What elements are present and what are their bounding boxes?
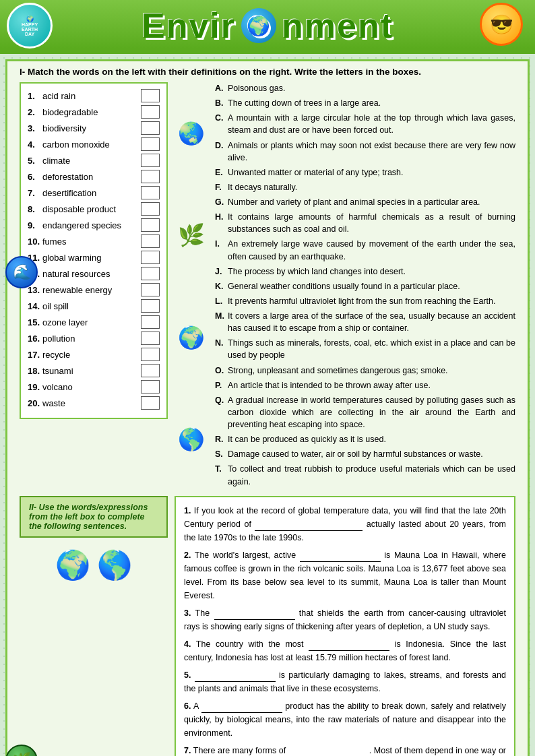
blank[interactable] [214,609,295,620]
word-item: 20. waste [28,396,160,410]
word-number: 4. [28,139,42,150]
def-text: It decays naturally. [228,181,515,193]
def-text: The cutting down of trees in a large are… [228,97,515,109]
answer-box[interactable] [141,170,160,183]
definition-item: S. Damage caused to water, air or soil b… [215,448,515,460]
sentence-item: 2. The world's largest, active is Mauna … [184,548,506,602]
def-letter: I. [215,238,226,262]
word-text: fumes [42,237,137,247]
answer-box[interactable] [141,299,160,313]
def-text: Number and variety of plant and animal s… [228,196,515,208]
sentence-item: 3. The that shields the earth from cance… [184,606,506,633]
sentence-item: 5. is particularly damaging to lakes, st… [184,668,506,695]
answer-box[interactable] [141,348,160,361]
word-item: 11. global warming [28,251,160,264]
word-item: 6. deforestation [28,170,160,183]
def-letter: B. [215,97,226,109]
word-text: deforestation [42,172,137,182]
section2-text: II- Use the words/expressions from the l… [29,503,148,531]
def-letter: S. [215,448,226,460]
answer-box[interactable] [141,283,160,296]
answer-box[interactable] [141,396,160,410]
definition-item: H. It contains large amounts of harmful … [215,211,515,235]
word-item: 12. natural resources [28,267,160,280]
def-text: An article that is intended to be thrown… [228,379,515,391]
word-number: 14. [28,301,42,311]
definition-item: B. The cutting down of trees in a large … [215,97,515,109]
def-letter: C. [215,112,226,136]
word-number: 1. [28,91,42,101]
answer-box[interactable] [141,154,160,167]
word-text: ozone layer [42,317,137,327]
sentence-number: 3. [184,608,191,618]
word-number: 5. [28,156,42,166]
word-item: 3. biodiversity [28,121,160,135]
happy-earth-badge: 🌍HAPPYEARTHDAY [7,3,54,50]
def-text: To collect and treat rubbish to produce … [228,463,515,487]
word-text: natural resources [42,269,137,279]
blank[interactable] [288,747,369,756]
def-text: It contains large amounts of harmful che… [228,211,515,235]
answer-box[interactable] [141,202,160,216]
def-letter: F. [215,181,226,193]
sentence-item: 7. There are many forms of . Most of the… [184,744,506,756]
answer-box[interactable] [141,364,160,377]
answer-box[interactable] [141,218,160,232]
answer-box[interactable] [141,105,160,119]
planet-deco: 🌏 [175,113,208,154]
word-item: 9. endangered species [28,218,160,232]
word-item: 16. pollution [28,332,160,345]
word-item: 13. renewable energy [28,283,160,296]
header: 🌍HAPPYEARTHDAY Envir 🌍 nment 😎 [0,0,535,49]
answer-box[interactable] [141,234,160,248]
answer-box[interactable] [141,380,160,393]
def-letter: A. [215,82,226,94]
answer-box[interactable] [141,267,160,280]
blank[interactable] [255,520,363,531]
definition-item: D. Animals or plants which may soon not … [215,139,515,164]
word-text: biodiversity [42,123,137,133]
globe-deco4: 🌎 [175,419,208,460]
answer-box[interactable] [141,89,160,102]
def-letter: T. [215,463,226,487]
word-text: volcano [42,382,137,392]
globe-deco3: 🌍 [175,317,208,358]
word-number: 8. [28,204,42,214]
word-text: recycle [42,350,137,360]
blank[interactable] [300,551,381,562]
def-text: It covers a large area of the surface of… [228,310,515,334]
def-text: It can be produced as quickly as it is u… [228,433,515,445]
definition-item: O. Strong, unpleasant and sometimes dang… [215,365,515,377]
def-letter: M. [215,310,226,334]
globe-bottom-deco: 🌍 [55,548,90,581]
def-letter: Q. [215,394,226,431]
sentences-box: 1. If you look at the record of global t… [175,496,515,756]
sentence-number: 6. [184,701,191,711]
bottom-row: II- Use the words/expressions from the l… [20,496,515,756]
answer-box[interactable] [141,186,160,199]
word-text: disposable product [42,204,137,214]
answer-box[interactable] [141,137,160,151]
exercise-container: 1. acid rain 2. biodegradable 3. biodive… [20,82,515,491]
answer-box[interactable] [141,332,160,345]
blank[interactable] [195,671,276,682]
definition-item: A. Poisonous gas. [215,82,515,94]
word-text: global warming [42,253,137,263]
word-text: biodegradable [42,107,137,117]
blank[interactable] [309,640,389,651]
word-item: 18. tsunami [28,364,160,377]
def-text: Damage caused to water, air or soil by h… [228,448,515,460]
blank[interactable] [201,702,282,713]
def-text: An extremely large wave caused by moveme… [228,238,515,262]
def-letter: R. [215,433,226,445]
answer-box[interactable] [141,315,160,329]
definition-item: K. General weather conditions usually fo… [215,280,515,292]
def-text: General weather conditions usually found… [228,280,515,292]
answer-box[interactable] [141,121,160,135]
sentence-item: 1. If you look at the record of global t… [184,504,506,544]
word-number: 2. [28,107,42,117]
definition-item: T. To collect and treat rubbish to produ… [215,463,515,487]
word-text: endangered species [42,220,137,230]
definition-item: Q. A gradual increase in world temperatu… [215,394,515,431]
answer-box[interactable] [141,251,160,264]
